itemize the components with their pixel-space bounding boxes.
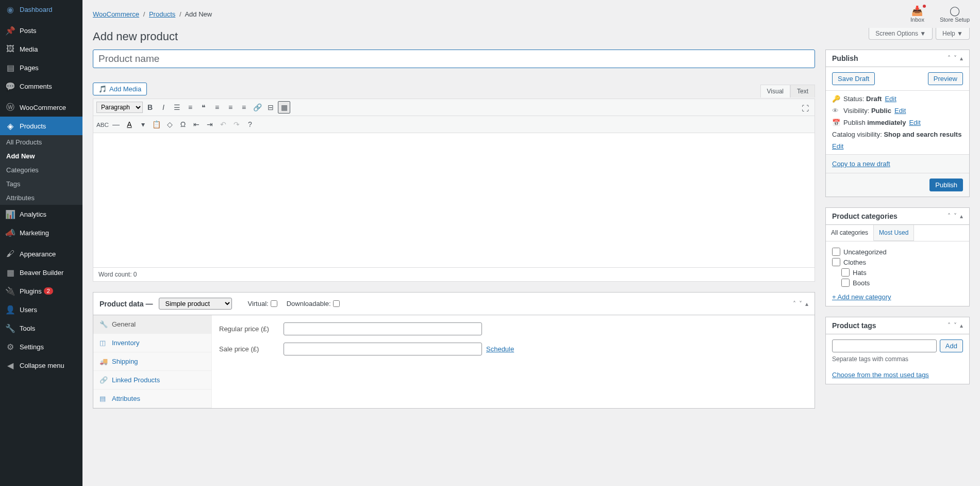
edit-date-link[interactable]: Edit <box>909 119 920 126</box>
virtual-checkbox[interactable]: Virtual: <box>247 300 277 307</box>
tab-all-categories[interactable]: All categories <box>826 225 874 241</box>
pd-tab-shipping[interactable]: 🚚Shipping <box>93 352 211 371</box>
toolbar-toggle-icon[interactable]: ▦ <box>278 101 290 114</box>
sidebar-analytics[interactable]: 📊Analytics <box>0 205 82 223</box>
store-setup-button[interactable]: ◯ Store Setup <box>940 5 970 23</box>
tag-input[interactable] <box>832 339 937 352</box>
submenu-attributes[interactable]: Attributes <box>0 191 82 205</box>
chevron-down-icon[interactable]: ˅ <box>954 322 957 329</box>
add-new-category-link[interactable]: + Add new category <box>832 293 891 301</box>
italic-icon[interactable]: I <box>157 101 170 114</box>
preview-button[interactable]: Preview <box>928 72 963 85</box>
sidebar-plugins[interactable]: 🔌Plugins2 <box>0 282 82 300</box>
pd-tab-inventory[interactable]: ◫Inventory <box>93 334 211 352</box>
sidebar-marketing[interactable]: 📣Marketing <box>0 223 82 242</box>
editor-tab-visual[interactable]: Visual <box>760 85 790 98</box>
sidebar-products[interactable]: ◈Products <box>0 117 82 135</box>
add-media-button[interactable]: 🎵 Add Media <box>93 83 147 95</box>
sidebar-woocommerce[interactable]: ⓦWooCommerce <box>0 98 82 117</box>
copy-draft-link[interactable]: Copy to a new draft <box>832 160 890 168</box>
help-button[interactable]: Help ▼ <box>936 28 970 40</box>
sidebar-pages[interactable]: ▤Pages <box>0 58 82 77</box>
regular-price-input[interactable] <box>284 322 482 335</box>
redo-icon[interactable]: ↷ <box>230 118 243 131</box>
choose-tags-link[interactable]: Choose from the most used tags <box>832 371 929 379</box>
clear-icon[interactable]: ◇ <box>163 118 176 131</box>
schedule-link[interactable]: Schedule <box>486 345 514 353</box>
product-type-select[interactable]: Simple product <box>159 298 232 310</box>
edit-catalog-link[interactable]: Edit <box>832 142 843 150</box>
inbox-button[interactable]: 📥 Inbox <box>910 5 924 23</box>
cat-uncategorized[interactable]: Uncategorized <box>832 248 963 256</box>
breadcrumb-products[interactable]: Products <box>149 10 175 18</box>
undo-icon[interactable]: ↶ <box>217 118 229 131</box>
chevron-down-icon[interactable]: ˅ <box>954 213 957 220</box>
quote-icon[interactable]: ❝ <box>197 101 210 114</box>
chevron-up-icon[interactable]: ˄ <box>793 300 796 307</box>
categories-box: Product categories ˄˅▴ All categories Mo… <box>825 207 970 306</box>
outdent-icon[interactable]: ⇤ <box>190 118 203 131</box>
chevron-up-icon[interactable]: ˄ <box>948 322 951 329</box>
chevron-down-icon[interactable]: ˅ <box>954 55 957 62</box>
submenu-all-products[interactable]: All Products <box>0 135 82 149</box>
toggle-icon[interactable]: ▴ <box>805 300 808 307</box>
toggle-icon[interactable]: ▴ <box>960 322 963 329</box>
tab-most-used[interactable]: Most Used <box>874 225 914 241</box>
hr-icon[interactable]: — <box>110 118 122 131</box>
pd-tab-attributes[interactable]: ▤Attributes <box>93 390 211 408</box>
help-icon[interactable]: ? <box>244 118 256 131</box>
submenu-add-new[interactable]: Add New <box>0 149 82 163</box>
bullet-list-icon[interactable]: ☰ <box>171 101 183 114</box>
product-name-input[interactable] <box>93 50 815 68</box>
paragraph-select[interactable]: Paragraph <box>96 102 143 113</box>
sidebar-beaver[interactable]: ▦Beaver Builder <box>0 263 82 282</box>
bold-icon[interactable]: B <box>144 101 156 114</box>
editor-textarea[interactable] <box>93 133 815 267</box>
cat-clothes[interactable]: Clothes <box>832 258 963 266</box>
indent-icon[interactable]: ⇥ <box>204 118 216 131</box>
publish-button[interactable]: Publish <box>929 179 963 191</box>
cat-hats[interactable]: Hats <box>841 268 963 277</box>
textcolor-icon[interactable]: A <box>123 118 136 131</box>
toggle-icon[interactable]: ▴ <box>960 213 963 220</box>
pd-tab-linked[interactable]: 🔗Linked Products <box>93 371 211 390</box>
align-left-icon[interactable]: ≡ <box>211 101 223 114</box>
readmore-icon[interactable]: ⊟ <box>264 101 277 114</box>
chevron-up-icon[interactable]: ˄ <box>948 55 951 62</box>
paste-icon[interactable]: 📋 <box>150 118 162 131</box>
sidebar-tools[interactable]: 🔧Tools <box>0 319 82 337</box>
align-center-icon[interactable]: ≡ <box>224 101 237 114</box>
cat-boots[interactable]: Boots <box>841 279 963 287</box>
screen-options-button[interactable]: Screen Options ▼ <box>869 28 933 40</box>
sidebar-appearance[interactable]: 🖌Appearance <box>0 245 82 263</box>
number-list-icon[interactable]: ≡ <box>184 101 196 114</box>
sidebar-comments[interactable]: 💬Comments <box>0 77 82 95</box>
edit-visibility-link[interactable]: Edit <box>894 107 906 115</box>
sidebar-users[interactable]: 👤Users <box>0 300 82 319</box>
wrench-icon: 🔧 <box>99 320 108 328</box>
sidebar-settings[interactable]: ⚙Settings <box>0 337 82 356</box>
fullscreen-icon[interactable]: ⛶ <box>799 102 811 115</box>
editor-tab-text[interactable]: Text <box>790 85 815 98</box>
submenu-categories[interactable]: Categories <box>0 163 82 177</box>
edit-status-link[interactable]: Edit <box>885 95 896 103</box>
submenu-tags[interactable]: Tags <box>0 177 82 191</box>
pd-tab-general[interactable]: 🔧General <box>93 315 211 334</box>
align-right-icon[interactable]: ≡ <box>238 101 250 114</box>
chevron-down-icon[interactable]: ˅ <box>799 300 802 307</box>
chevron-up-icon[interactable]: ˄ <box>948 213 951 220</box>
sidebar-posts[interactable]: 📌Posts <box>0 21 82 40</box>
add-tag-button[interactable]: Add <box>940 339 963 352</box>
link-icon[interactable]: 🔗 <box>251 101 263 114</box>
special-char-icon[interactable]: Ω <box>177 118 189 131</box>
sidebar-media[interactable]: 🖼Media <box>0 40 82 58</box>
sidebar-collapse[interactable]: ◀Collapse menu <box>0 356 82 375</box>
dropdown-icon[interactable]: ▾ <box>137 118 149 131</box>
save-draft-button[interactable]: Save Draft <box>832 72 875 85</box>
breadcrumb-woocommerce[interactable]: WooCommerce <box>93 10 139 18</box>
toggle-icon[interactable]: ▴ <box>960 55 963 62</box>
strikethrough-icon[interactable]: ABC <box>96 118 109 131</box>
sidebar-dashboard[interactable]: ◉Dashboard <box>0 0 82 19</box>
downloadable-checkbox[interactable]: Downloadable: <box>287 300 340 307</box>
sale-price-input[interactable] <box>284 343 482 355</box>
